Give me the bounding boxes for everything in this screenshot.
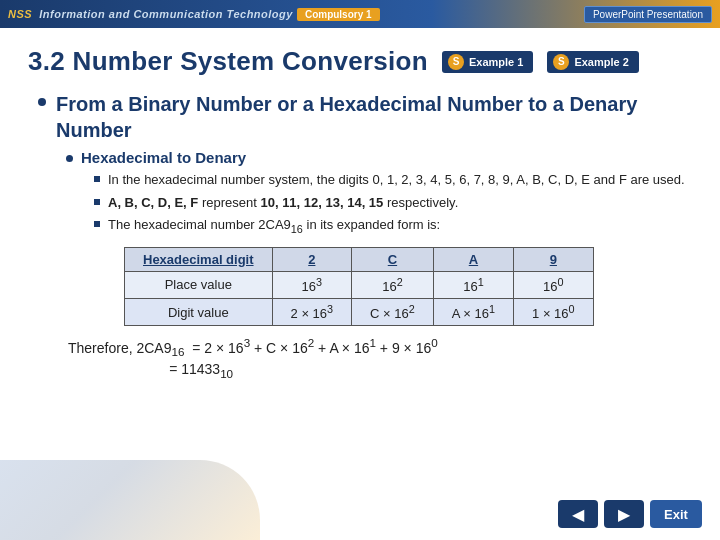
header-nss: NSS xyxy=(8,8,32,20)
example1-badge[interactable]: S Example 1 xyxy=(442,51,533,73)
bg-decoration xyxy=(0,460,260,540)
table-place-label: Place value xyxy=(125,271,273,298)
bottom-navigation: ◀ ▶ Exit xyxy=(558,500,702,528)
bullet-l3-0: In the hexadecimal number system, the di… xyxy=(94,170,692,190)
table-row-place: Place value 163 162 161 160 xyxy=(125,271,594,298)
table-digit-label: Digit value xyxy=(125,299,273,326)
bullet-l3-text-0: In the hexadecimal number system, the di… xyxy=(108,170,685,190)
therefore-line2: = 1143310 xyxy=(68,361,692,380)
table-row-digit: Digit value 2 × 163 C × 162 A × 161 1 × … xyxy=(125,299,594,326)
bullet-l2: Hexadecimal to Denary xyxy=(66,149,692,166)
bullet-dot-l1 xyxy=(38,98,46,106)
main-content: 3.2 Number System Conversion S Example 1… xyxy=(0,28,720,396)
header-bar: NSS Information and Communication Techno… xyxy=(0,0,720,28)
bullet-dot-l3-0 xyxy=(94,176,100,182)
table-digit-2: A × 161 xyxy=(433,299,513,326)
bullet-dot-l3-1 xyxy=(94,199,100,205)
table-header-row: Hexadecimal digit 2 C A 9 xyxy=(125,247,594,271)
table-digit-3: 1 × 160 xyxy=(514,299,594,326)
content-area: From a Binary Number or a Hexadecimal Nu… xyxy=(28,91,692,380)
header-ict: Information and Communication Technology xyxy=(39,8,293,20)
forward-button[interactable]: ▶ xyxy=(604,500,644,528)
example2-icon: S xyxy=(553,54,569,70)
bullet-l3-2: The hexadecimal number 2CA916 in its exp… xyxy=(94,215,692,237)
back-button[interactable]: ◀ xyxy=(558,500,598,528)
example1-label: Example 1 xyxy=(469,56,523,68)
table-header-3: A xyxy=(433,247,513,271)
table-place-0: 163 xyxy=(272,271,352,298)
example2-label: Example 2 xyxy=(574,56,628,68)
table-place-2: 161 xyxy=(433,271,513,298)
sub-sub-section: In the hexadecimal number system, the di… xyxy=(66,170,692,326)
therefore-line1: Therefore, 2CA916 = 2 × 163 + C × 162 + … xyxy=(68,336,692,358)
bullet-l1: From a Binary Number or a Hexadecimal Nu… xyxy=(38,91,692,143)
table-place-3: 160 xyxy=(514,271,594,298)
table-digit-1: C × 162 xyxy=(352,299,434,326)
table-digit-0: 2 × 163 xyxy=(272,299,352,326)
table-place-1: 162 xyxy=(352,271,434,298)
table-header-4: 9 xyxy=(514,247,594,271)
therefore-section: Therefore, 2CA916 = 2 × 163 + C × 162 + … xyxy=(38,336,692,379)
bullet-l1-text: From a Binary Number or a Hexadecimal Nu… xyxy=(56,91,692,143)
header-logo: NSS Information and Communication Techno… xyxy=(8,8,293,20)
table-header-2: C xyxy=(352,247,434,271)
table-header-1: 2 xyxy=(272,247,352,271)
bullet-l2-text: Hexadecimal to Denary xyxy=(81,149,246,166)
example2-badge[interactable]: S Example 2 xyxy=(547,51,638,73)
table-header-0: Hexadecimal digit xyxy=(125,247,273,271)
bullet-l3-text-1: A, B, C, D, E, F represent 10, 11, 12, 1… xyxy=(108,193,458,213)
bullet-dot-l3-2 xyxy=(94,221,100,227)
header-compulsory: Compulsory 1 xyxy=(297,8,380,21)
title-bar: 3.2 Number System Conversion S Example 1… xyxy=(28,46,692,77)
bullet-dot-l2 xyxy=(66,155,73,162)
hex-table: Hexadecimal digit 2 C A 9 Place value 16… xyxy=(124,247,594,327)
bullet-l3-text-2: The hexadecimal number 2CA916 in its exp… xyxy=(108,215,440,237)
back-icon: ◀ xyxy=(572,505,584,524)
exit-button[interactable]: Exit xyxy=(650,500,702,528)
header-ppt-label: PowerPoint Presentation xyxy=(584,6,712,23)
forward-icon: ▶ xyxy=(618,505,630,524)
exit-label: Exit xyxy=(664,507,688,522)
page-title: 3.2 Number System Conversion xyxy=(28,46,428,77)
sub-section: Hexadecimal to Denary In the hexadecimal… xyxy=(38,149,692,326)
example1-icon: S xyxy=(448,54,464,70)
bullet-l3-1: A, B, C, D, E, F represent 10, 11, 12, 1… xyxy=(94,193,692,213)
